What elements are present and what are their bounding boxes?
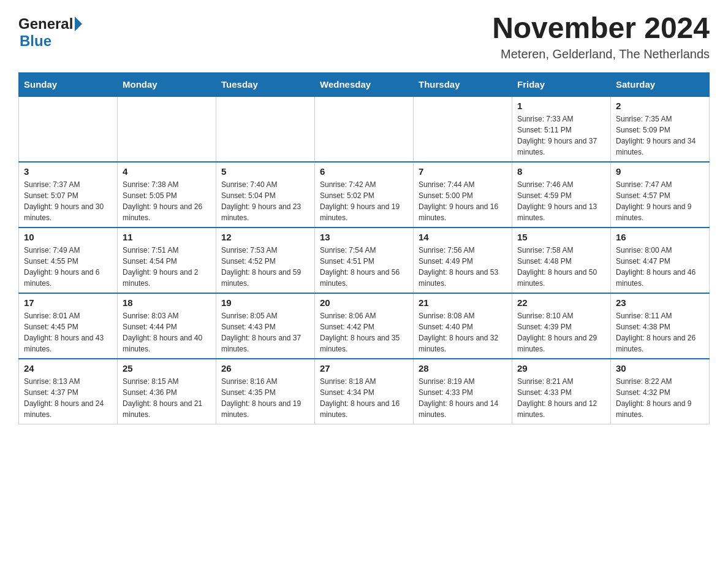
calendar-header-row: SundayMondayTuesdayWednesdayThursdayFrid… [19, 72, 710, 96]
day-info: Sunrise: 7:44 AMSunset: 5:00 PMDaylight:… [419, 179, 507, 223]
calendar-cell: 21Sunrise: 8:08 AMSunset: 4:40 PMDayligh… [414, 293, 512, 359]
calendar-cell: 18Sunrise: 8:03 AMSunset: 4:44 PMDayligh… [118, 293, 216, 359]
day-number: 7 [419, 166, 507, 177]
day-number: 9 [616, 166, 704, 177]
day-info: Sunrise: 7:37 AMSunset: 5:07 PMDaylight:… [24, 179, 112, 223]
calendar-cell: 2Sunrise: 7:35 AMSunset: 5:09 PMDaylight… [611, 96, 710, 162]
day-info: Sunrise: 7:46 AMSunset: 4:59 PMDaylight:… [517, 179, 605, 223]
calendar-day-header: Tuesday [216, 72, 315, 96]
day-info: Sunrise: 8:13 AMSunset: 4:37 PMDaylight:… [24, 376, 112, 420]
day-number: 13 [320, 232, 408, 242]
calendar-cell: 14Sunrise: 7:56 AMSunset: 4:49 PMDayligh… [414, 228, 512, 293]
day-number: 3 [24, 166, 112, 177]
calendar-cell [315, 96, 414, 162]
calendar-cell: 20Sunrise: 8:06 AMSunset: 4:42 PMDayligh… [315, 293, 414, 359]
calendar-day-header: Sunday [19, 72, 118, 96]
day-info: Sunrise: 7:56 AMSunset: 4:49 PMDaylight:… [419, 245, 507, 289]
day-number: 10 [24, 232, 112, 242]
calendar-cell: 26Sunrise: 8:16 AMSunset: 4:35 PMDayligh… [216, 359, 315, 424]
day-number: 11 [123, 232, 211, 242]
calendar-cell: 5Sunrise: 7:40 AMSunset: 5:04 PMDaylight… [216, 162, 315, 228]
calendar-cell: 19Sunrise: 8:05 AMSunset: 4:43 PMDayligh… [216, 293, 315, 359]
calendar-cell: 8Sunrise: 7:46 AMSunset: 4:59 PMDaylight… [512, 162, 611, 228]
day-info: Sunrise: 8:18 AMSunset: 4:34 PMDaylight:… [320, 376, 408, 420]
calendar-day-header: Saturday [611, 72, 710, 96]
calendar-week-row: 1Sunrise: 7:33 AMSunset: 5:11 PMDaylight… [19, 96, 710, 162]
day-number: 1 [517, 101, 605, 111]
calendar-cell: 30Sunrise: 8:22 AMSunset: 4:32 PMDayligh… [611, 359, 710, 424]
calendar-cell: 4Sunrise: 7:38 AMSunset: 5:05 PMDaylight… [118, 162, 216, 228]
calendar-cell: 11Sunrise: 7:51 AMSunset: 4:54 PMDayligh… [118, 228, 216, 293]
day-info: Sunrise: 8:11 AMSunset: 4:38 PMDaylight:… [616, 310, 704, 354]
calendar-cell [19, 96, 118, 162]
day-number: 19 [221, 297, 309, 308]
calendar-week-row: 10Sunrise: 7:49 AMSunset: 4:55 PMDayligh… [19, 228, 710, 293]
calendar-cell: 25Sunrise: 8:15 AMSunset: 4:36 PMDayligh… [118, 359, 216, 424]
calendar-cell: 3Sunrise: 7:37 AMSunset: 5:07 PMDaylight… [19, 162, 118, 228]
day-info: Sunrise: 8:15 AMSunset: 4:36 PMDaylight:… [123, 376, 211, 420]
calendar-cell: 28Sunrise: 8:19 AMSunset: 4:33 PMDayligh… [414, 359, 512, 424]
day-info: Sunrise: 7:53 AMSunset: 4:52 PMDaylight:… [221, 245, 309, 289]
day-number: 12 [221, 232, 309, 242]
day-number: 8 [517, 166, 605, 177]
day-info: Sunrise: 8:01 AMSunset: 4:45 PMDaylight:… [24, 310, 112, 354]
day-number: 5 [221, 166, 309, 177]
calendar-cell [414, 96, 512, 162]
logo-general-text: General [18, 15, 73, 33]
day-number: 17 [24, 297, 112, 308]
calendar-week-row: 17Sunrise: 8:01 AMSunset: 4:45 PMDayligh… [19, 293, 710, 359]
calendar-cell: 17Sunrise: 8:01 AMSunset: 4:45 PMDayligh… [19, 293, 118, 359]
day-info: Sunrise: 7:54 AMSunset: 4:51 PMDaylight:… [320, 245, 408, 289]
day-number: 25 [123, 363, 211, 373]
day-number: 24 [24, 363, 112, 373]
day-info: Sunrise: 7:42 AMSunset: 5:02 PMDaylight:… [320, 179, 408, 223]
calendar-day-header: Thursday [414, 72, 512, 96]
day-number: 23 [616, 297, 704, 308]
day-info: Sunrise: 7:33 AMSunset: 5:11 PMDaylight:… [517, 113, 605, 158]
calendar-day-header: Friday [512, 72, 611, 96]
day-info: Sunrise: 8:05 AMSunset: 4:43 PMDaylight:… [221, 310, 309, 354]
calendar-day-header: Wednesday [315, 72, 414, 96]
day-info: Sunrise: 8:22 AMSunset: 4:32 PMDaylight:… [616, 376, 704, 420]
calendar-cell: 10Sunrise: 7:49 AMSunset: 4:55 PMDayligh… [19, 228, 118, 293]
logo-arrow-icon [75, 17, 82, 31]
day-number: 14 [419, 232, 507, 242]
day-info: Sunrise: 7:49 AMSunset: 4:55 PMDaylight:… [24, 245, 112, 289]
calendar-table: SundayMondayTuesdayWednesdayThursdayFrid… [18, 72, 710, 424]
day-number: 28 [419, 363, 507, 373]
day-info: Sunrise: 7:58 AMSunset: 4:48 PMDaylight:… [517, 245, 605, 289]
logo: General Blue [18, 12, 82, 50]
location-subtitle: Meteren, Gelderland, The Netherlands [492, 47, 710, 61]
day-number: 22 [517, 297, 605, 308]
day-info: Sunrise: 8:08 AMSunset: 4:40 PMDaylight:… [419, 310, 507, 354]
calendar-cell: 9Sunrise: 7:47 AMSunset: 4:57 PMDaylight… [611, 162, 710, 228]
calendar-cell: 7Sunrise: 7:44 AMSunset: 5:00 PMDaylight… [414, 162, 512, 228]
calendar-day-header: Monday [118, 72, 216, 96]
day-number: 20 [320, 297, 408, 308]
calendar-cell: 16Sunrise: 8:00 AMSunset: 4:47 PMDayligh… [611, 228, 710, 293]
day-number: 18 [123, 297, 211, 308]
day-info: Sunrise: 8:10 AMSunset: 4:39 PMDaylight:… [517, 310, 605, 354]
day-info: Sunrise: 8:00 AMSunset: 4:47 PMDaylight:… [616, 245, 704, 289]
day-number: 21 [419, 297, 507, 308]
day-number: 26 [221, 363, 309, 373]
day-info: Sunrise: 7:40 AMSunset: 5:04 PMDaylight:… [221, 179, 309, 223]
month-title: November 2024 [492, 12, 710, 45]
day-number: 30 [616, 363, 704, 373]
day-info: Sunrise: 8:19 AMSunset: 4:33 PMDaylight:… [419, 376, 507, 420]
calendar-week-row: 3Sunrise: 7:37 AMSunset: 5:07 PMDaylight… [19, 162, 710, 228]
calendar-cell: 27Sunrise: 8:18 AMSunset: 4:34 PMDayligh… [315, 359, 414, 424]
day-info: Sunrise: 8:03 AMSunset: 4:44 PMDaylight:… [123, 310, 211, 354]
day-info: Sunrise: 8:21 AMSunset: 4:33 PMDaylight:… [517, 376, 605, 420]
calendar-week-row: 24Sunrise: 8:13 AMSunset: 4:37 PMDayligh… [19, 359, 710, 424]
calendar-cell [216, 96, 315, 162]
day-info: Sunrise: 7:51 AMSunset: 4:54 PMDaylight:… [123, 245, 211, 289]
day-info: Sunrise: 8:16 AMSunset: 4:35 PMDaylight:… [221, 376, 309, 420]
day-number: 29 [517, 363, 605, 373]
day-number: 6 [320, 166, 408, 177]
day-number: 27 [320, 363, 408, 373]
calendar-cell: 29Sunrise: 8:21 AMSunset: 4:33 PMDayligh… [512, 359, 611, 424]
calendar-cell: 24Sunrise: 8:13 AMSunset: 4:37 PMDayligh… [19, 359, 118, 424]
calendar-cell [118, 96, 216, 162]
day-number: 16 [616, 232, 704, 242]
